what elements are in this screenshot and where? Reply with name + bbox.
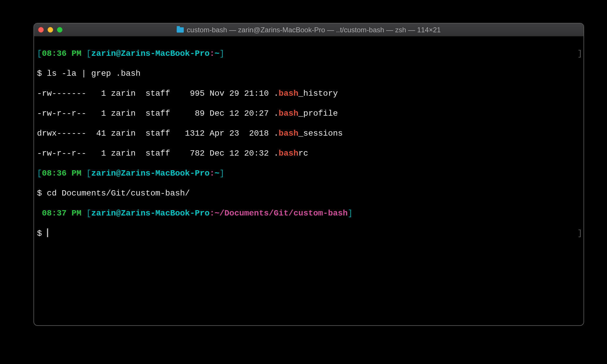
colon: : [210, 209, 215, 218]
prompt-line-3: 08:37 PM [zarin@Zarins-MacBook-Pro:~/Doc… [37, 208, 581, 218]
prompt-symbol: $ [37, 229, 47, 238]
terminal-window: custom-bash — zarin@Zarins-MacBook-Pro —… [33, 23, 584, 326]
colon: : [210, 169, 215, 178]
grep-match: bash [279, 89, 298, 98]
timestamp: 08:36 PM [42, 169, 81, 178]
user-host: zarin@Zarins-MacBook-Pro [91, 169, 210, 178]
grep-match: bash [279, 129, 298, 138]
window-title: custom-bash — zarin@Zarins-MacBook-Pro —… [34, 26, 584, 34]
minimize-icon[interactable] [48, 27, 53, 33]
title-text: custom-bash — zarin@Zarins-MacBook-Pro —… [187, 26, 441, 34]
cursor-icon [47, 228, 48, 237]
bracket: ] [348, 209, 353, 218]
maximize-icon[interactable] [57, 27, 63, 33]
cwd: ~ [215, 49, 220, 58]
bracket: [ [86, 209, 91, 218]
ls-meta: -rw-r--r-- 1 zarin staff 89 Dec 12 20:27 [37, 109, 274, 118]
grep-match: bash [279, 149, 298, 158]
prompt-input-line[interactable]: $ ] [37, 228, 581, 239]
ls-meta: -rw-r--r-- 1 zarin staff 782 Dec 12 20:3… [37, 149, 274, 158]
bracket: [ [37, 49, 42, 58]
timestamp: 08:36 PM [42, 49, 81, 58]
titlebar[interactable]: custom-bash — zarin@Zarins-MacBook-Pro —… [34, 23, 584, 36]
ls-row: -rw------- 1 zarin staff 995 Nov 29 21:1… [37, 89, 581, 99]
terminal-body[interactable]: [08:36 PM [zarin@Zarins-MacBook-Pro:~]] … [34, 36, 584, 262]
ls-meta: -rw------- 1 zarin staff 995 Nov 29 21:1… [37, 89, 274, 98]
command-line: $ cd Documents/Git/custom-bash/ [37, 188, 581, 198]
window-controls [38, 27, 63, 33]
grep-match: bash [279, 109, 298, 118]
ls-row: drwx------ 41 zarin staff 1312 Apr 23 20… [37, 129, 581, 139]
bracket: [ [86, 49, 91, 58]
bracket: ] [220, 49, 225, 58]
scrollbar-mark: ] [577, 228, 582, 238]
bracket: [ [86, 169, 91, 178]
command-line: $ ls -la | grep .bash [37, 69, 581, 79]
cwd: ~ [215, 169, 220, 178]
cwd: ~/Documents/Git/custom-bash [215, 209, 348, 218]
user-host: zarin@Zarins-MacBook-Pro [91, 49, 210, 58]
close-icon[interactable] [38, 27, 44, 33]
bracket: ] [220, 169, 225, 178]
ls-row: -rw-r--r-- 1 zarin staff 782 Dec 12 20:3… [37, 149, 581, 159]
folder-icon [177, 27, 184, 33]
prompt-line-1: [08:36 PM [zarin@Zarins-MacBook-Pro:~]] [37, 49, 581, 59]
user-host: zarin@Zarins-MacBook-Pro [91, 209, 210, 218]
scrollbar-mark: ] [577, 49, 582, 59]
ls-row: -rw-r--r-- 1 zarin staff 89 Dec 12 20:27… [37, 109, 581, 119]
prompt-line-2: [08:36 PM [zarin@Zarins-MacBook-Pro:~] [37, 168, 581, 178]
bracket: [ [37, 169, 42, 178]
timestamp: 08:37 PM [42, 209, 81, 218]
colon: : [210, 49, 215, 58]
ls-meta: drwx------ 41 zarin staff 1312 Apr 23 20… [37, 129, 274, 138]
